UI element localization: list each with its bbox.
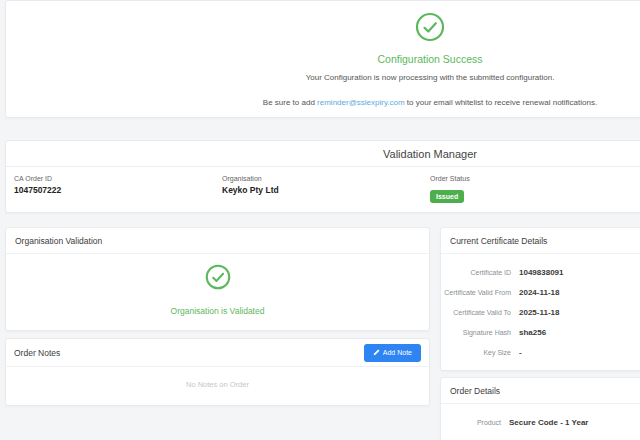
ca-order-id-label: CA Order ID	[14, 175, 214, 182]
organisation-validation-body: Organisation is Validated	[6, 254, 429, 330]
validated-status-text: Organisation is Validated	[6, 306, 429, 316]
success-message: Your Configuration is now processing wit…	[6, 73, 640, 82]
order-status-badge: Issued	[430, 190, 464, 203]
order-details-card: Order Details Product Secure Code - 1 Ye…	[440, 377, 640, 440]
note-suffix: to your email whitelist to receive renew…	[405, 98, 598, 107]
organisation-value: Keyko Pty Ltd	[222, 185, 422, 195]
product-row: Product Secure Code - 1 Year	[441, 412, 640, 432]
validation-manager-title: Validation Manager	[6, 141, 640, 167]
success-note: Be sure to add reminder@sslexpiry.com to…	[6, 98, 640, 107]
product-label: Product	[441, 419, 501, 426]
content-columns: Organisation Validation Organisation is …	[5, 227, 640, 440]
order-summary-row: CA Order ID 1047507222 Organisation Keyk…	[6, 167, 640, 212]
valid-to-label: Certificate Valid To	[441, 309, 511, 316]
certificate-details-body: Certificate ID 1049838091 Certificate Va…	[441, 254, 640, 370]
certificate-id-row: Certificate ID 1049838091	[441, 262, 640, 282]
order-status-field: Order Status Issued	[422, 175, 630, 203]
product-value: Secure Code - 1 Year	[509, 418, 588, 427]
check-circle-icon	[205, 276, 231, 293]
ca-order-id-field: CA Order ID 1047507222	[6, 175, 214, 203]
check-circle-icon	[415, 28, 445, 45]
requested-on-row: Requested On Tuesday, November 19th 2024	[441, 432, 640, 440]
order-notes-title: Order Notes	[14, 348, 60, 358]
order-status-label: Order Status	[430, 175, 630, 182]
pencil-icon	[373, 349, 380, 357]
organisation-validation-header: Organisation Validation	[6, 228, 429, 254]
signature-hash-row: Signature Hash sha256	[441, 322, 640, 342]
add-note-button[interactable]: Add Note	[364, 344, 421, 362]
certificate-id-label: Certificate ID	[441, 269, 511, 276]
valid-to-row: Certificate Valid To 2025-11-18	[441, 302, 640, 322]
valid-from-label: Certificate Valid From	[441, 289, 511, 296]
signature-hash-value: sha256	[519, 328, 546, 337]
signature-hash-label: Signature Hash	[441, 329, 511, 336]
key-size-row: Key Size -	[441, 342, 640, 362]
organisation-validation-card: Organisation Validation Organisation is …	[5, 227, 430, 331]
validation-manager-panel: Validation Manager CA Order ID 104750722…	[5, 140, 640, 213]
no-notes-text: No Notes on Order	[6, 367, 429, 405]
right-column: Current Certificate Details Certificate …	[440, 227, 640, 440]
order-notes-card: Order Notes Add Note No Notes on Order	[5, 338, 430, 406]
order-notes-header: Order Notes Add Note	[6, 339, 429, 367]
page: Configuration Success Your Configuration…	[5, 0, 640, 440]
order-details-header: Order Details	[441, 378, 640, 404]
key-size-value: -	[519, 348, 522, 357]
note-prefix: Be sure to add	[263, 98, 317, 107]
valid-from-row: Certificate Valid From 2024-11-18	[441, 282, 640, 302]
configuration-success-banner: Configuration Success Your Configuration…	[5, 0, 640, 118]
add-note-label: Add Note	[383, 349, 412, 356]
valid-to-value: 2025-11-18	[519, 308, 559, 317]
certificate-details-header: Current Certificate Details	[441, 228, 640, 254]
certificate-id-value: 1049838091	[519, 268, 564, 277]
success-title: Configuration Success	[6, 53, 640, 65]
organisation-label: Organisation	[222, 175, 422, 182]
left-column: Organisation Validation Organisation is …	[5, 227, 430, 406]
ca-order-id-value: 1047507222	[14, 185, 214, 195]
order-details-body: Product Secure Code - 1 Year Requested O…	[441, 404, 640, 440]
certificate-details-card: Current Certificate Details Certificate …	[440, 227, 640, 371]
email-link[interactable]: reminder@sslexpiry.com	[317, 98, 405, 107]
key-size-label: Key Size	[441, 349, 511, 356]
organisation-field: Organisation Keyko Pty Ltd	[214, 175, 422, 203]
valid-from-value: 2024-11-18	[519, 288, 559, 297]
